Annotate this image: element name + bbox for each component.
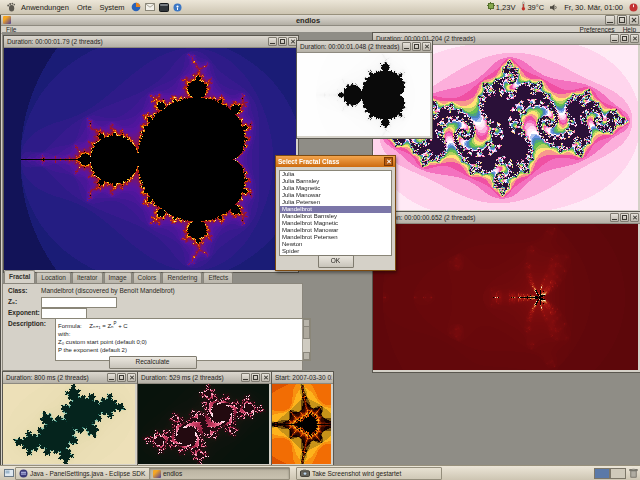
with-line: with: [58, 330, 301, 338]
app-minimize-button[interactable] [605, 15, 615, 25]
scroll-down-arrow[interactable] [303, 352, 310, 360]
places-menu[interactable]: Orte [73, 0, 96, 14]
window-titlebar[interactable]: Start: 2007-03-30 01: [272, 372, 333, 384]
list-item[interactable]: Spider [280, 248, 391, 255]
close-button[interactable] [422, 42, 431, 51]
system-menu[interactable]: System [96, 0, 129, 14]
fractal-canvas-small-gray[interactable] [297, 53, 430, 136]
close-button[interactable] [630, 213, 639, 222]
temperature-applet[interactable]: 39°C [521, 1, 544, 13]
terminal-launcher-icon[interactable] [159, 3, 169, 12]
list-item[interactable]: Julia Barnsley [280, 178, 391, 185]
eclipse-icon [19, 469, 28, 479]
fractal-canvas-manowar[interactable] [373, 224, 638, 370]
maximize-button[interactable] [251, 373, 260, 382]
recalculate-button[interactable]: Recalculate [109, 356, 197, 369]
taskbar-button-eclipse[interactable]: Java - PanelSettings.java - Eclipse SDK [15, 467, 155, 480]
tab-fractal[interactable]: Fractal [4, 270, 35, 283]
taskbar: Java - PanelSettings.java - Eclipse SDK … [0, 465, 640, 480]
list-item[interactable]: Mandelbrot Petersen [280, 234, 391, 241]
voltage-applet[interactable]: 1,23V [487, 2, 516, 12]
window-titlebar[interactable]: Duration: 00:00:01.048 (2 threads) [297, 41, 432, 53]
app-titlebar[interactable]: endlos [1, 15, 640, 26]
show-desktop-icon[interactable] [4, 468, 14, 478]
minimize-button[interactable] [402, 42, 411, 51]
tab-effects[interactable]: Effects [203, 272, 233, 283]
top-panel: Anwendungen Orte System 1,23V 39°C Fr, 3… [0, 0, 640, 15]
taskbar-button-label: Java - PanelSettings.java - Eclipse SDK [30, 470, 145, 477]
minimize-button[interactable] [610, 213, 619, 222]
maximize-button[interactable] [620, 34, 629, 43]
list-item[interactable]: Julia Magnetic [280, 185, 391, 192]
mdi-desktop: Duration: 00:00:01.79 (2 threads) Durati… [2, 32, 640, 466]
web-browser-launcher-icon[interactable] [131, 2, 141, 12]
minimize-button[interactable] [107, 373, 116, 382]
window-titlebar[interactable]: Duration: 529 ms (2 threads) [138, 372, 271, 384]
fractal-canvas-pink[interactable] [138, 384, 269, 464]
desktop-screen: Anwendungen Orte System 1,23V 39°C Fr, 3… [0, 0, 640, 480]
list-item-selected[interactable]: Mandelbrot [280, 206, 391, 213]
fractal-window-manowar: Duration: 00:00:00.652 (2 threads) [372, 211, 640, 373]
description-scrollbar[interactable] [302, 319, 310, 360]
scroll-thumb[interactable] [303, 326, 310, 339]
dialog-titlebar[interactable]: Select Fractal Class [276, 156, 395, 167]
maximize-button[interactable] [620, 213, 629, 222]
fractal-canvas-mandelbrot[interactable] [4, 48, 296, 270]
tab-image[interactable]: Image [104, 272, 132, 283]
workspace-switcher[interactable] [594, 468, 626, 479]
fractal-canvas-flame[interactable] [272, 384, 331, 464]
workspace-2[interactable] [610, 468, 626, 479]
close-button[interactable] [127, 373, 136, 382]
tab-iterator[interactable]: Iterator [72, 272, 103, 283]
close-button[interactable] [261, 373, 270, 382]
app-title: endlos [13, 16, 603, 25]
class-value: Mandelbrot (discovered by Benoît Mandelb… [41, 287, 175, 294]
z0-input[interactable] [41, 297, 117, 308]
fractal-class-list: Julia Julia Barnsley Julia Magnetic Juli… [279, 170, 392, 256]
minimize-button[interactable] [610, 34, 619, 43]
help-launcher-icon[interactable] [173, 3, 182, 12]
applications-menu[interactable]: Anwendungen [0, 0, 73, 14]
list-item[interactable]: Mandelbrot Barnsley [280, 213, 391, 220]
window-title: Duration: 529 ms (2 threads) [139, 372, 240, 383]
list-item[interactable]: Newton [280, 241, 391, 248]
window-titlebar[interactable]: Duration: 00:00:01.79 (2 threads) [4, 36, 298, 48]
fractal-window-flame: Start: 2007-03-30 01: [271, 371, 334, 466]
list-item[interactable]: Julia Manowar [280, 192, 391, 199]
window-title: Duration: 800 ms (2 threads) [4, 372, 106, 383]
dialog-close-button[interactable] [384, 157, 393, 166]
window-titlebar[interactable]: Duration: 800 ms (2 threads) [3, 372, 137, 384]
voltage-value: 1,23V [496, 3, 516, 12]
list-item[interactable]: Mandelbrot Magnetic [280, 220, 391, 227]
maximize-button[interactable] [278, 37, 287, 46]
close-button[interactable] [630, 34, 639, 43]
volume-icon[interactable] [549, 3, 558, 12]
taskbar-button-endlos[interactable]: endlos [149, 467, 290, 480]
z0-label: Z₀: [8, 298, 17, 305]
maximize-button[interactable] [412, 42, 421, 51]
distro-logo-icon [6, 2, 16, 12]
power-icon[interactable] [629, 3, 638, 12]
clock[interactable]: Fr, 30. Mär, 01:00 [564, 3, 623, 12]
list-item[interactable]: Julia Petersen [280, 199, 391, 206]
minimize-button[interactable] [241, 373, 250, 382]
app-window-icon [3, 16, 11, 24]
fractal-window-teal: Duration: 800 ms (2 threads) [2, 371, 138, 466]
places-menu-label: Orte [77, 3, 92, 12]
window-titlebar[interactable]: Duration: 00:00:00.652 (2 threads) [373, 212, 640, 224]
app-close-button[interactable] [629, 15, 639, 25]
taskbar-button-screenshot[interactable]: Take Screenshot wird gestartet [296, 467, 442, 480]
list-item[interactable]: Mandelbrot Manowar [280, 227, 391, 234]
workspace-1[interactable] [594, 468, 610, 479]
tab-location[interactable]: Location [36, 272, 71, 283]
minimize-button[interactable] [268, 37, 277, 46]
maximize-button[interactable] [117, 373, 126, 382]
fractal-canvas-teal[interactable] [3, 384, 135, 464]
app-maximize-button[interactable] [617, 15, 627, 25]
tab-colors[interactable]: Colors [133, 272, 162, 283]
trash-icon[interactable] [629, 468, 638, 480]
email-launcher-icon[interactable] [145, 3, 155, 11]
ok-button[interactable]: OK [318, 255, 354, 268]
tab-rendering[interactable]: Rendering [162, 272, 202, 283]
list-item[interactable]: Julia [280, 171, 391, 178]
